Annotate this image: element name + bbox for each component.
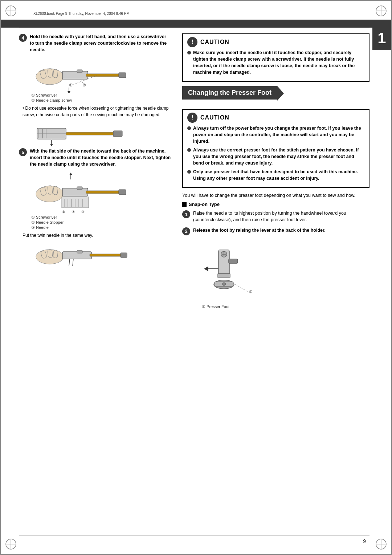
step4-caption-2: ② Needle clamp screw [31,98,72,103]
diagram-twin-needle [30,242,171,269]
caution-bullet-2-1 [187,126,191,130]
caution-text-1-1: Make sure you insert the needle until it… [193,49,364,76]
presser-foot-captions: ① Presser Foot [202,304,229,309]
svg-rect-58 [53,250,58,258]
svg-rect-60 [77,250,82,253]
caution-title-2: CAUTION [200,114,229,121]
caution-title-1: CAUTION [200,39,229,45]
step-r2: 2 Release the foot by raising the lever … [182,227,369,235]
svg-rect-42 [119,190,126,195]
reg-mark-tl [4,4,17,17]
caution-bullet-2-2 [187,148,191,152]
step-4-number: 4 [19,34,27,42]
svg-text:①: ① [249,289,253,294]
step4-caption-1: ① Screwdriver [31,93,72,98]
caution-box-2: ! CAUTION Always turn off the power befo… [182,109,369,188]
presser-foot-caption-1: ① Presser Foot [202,304,229,309]
section-heading: Changing the Presser Foot [182,86,277,100]
twin-needle-note: Put the twin needle in the same way. [23,232,171,239]
svg-text:①: ① [62,210,65,214]
step-5: 5 With the flat side of the needle towar… [19,148,171,167]
snap-on-text: Snap-on Type [189,202,220,207]
svg-rect-16 [62,71,88,79]
caution-box-1: ! CAUTION Make sure you insert the needl… [182,33,369,82]
page-number: 9 [363,538,366,544]
svg-rect-37 [48,185,53,194]
snap-on-square [182,202,187,207]
reg-mark-tr [375,4,388,17]
caution-item-1-1: Make sure you insert the needle until it… [187,49,364,76]
top-bar [1,20,391,28]
svg-line-64 [73,259,73,266]
svg-text:②: ② [82,83,86,87]
left-column: 4 Hold the needle with your left hand, a… [19,30,171,532]
svg-rect-17 [77,70,82,73]
caution-header-2: ! CAUTION [187,113,364,123]
svg-rect-71 [229,259,238,263]
step5-captions: ① Screwdriver ② Needle Stopper ③ Needle [31,215,64,230]
svg-rect-61 [90,254,124,256]
step-5-number: 5 [19,148,27,156]
caution-item-2-3: Only use presser feet that have been des… [187,169,364,182]
svg-rect-62 [121,253,127,258]
svg-rect-38 [53,186,58,195]
svg-marker-53 [69,173,72,175]
caution-header-1: ! CAUTION [187,37,364,47]
svg-rect-14 [48,69,53,78]
step-4: 4 Hold the needle with your left hand, a… [19,33,171,53]
svg-rect-39 [62,188,88,196]
right-column: ! CAUTION Make sure you insert the needl… [182,30,369,532]
svg-rect-19 [119,73,126,78]
svg-rect-15 [53,69,58,78]
svg-text:①: ① [69,83,73,87]
step-r2-text: Release the foot by raising the lever at… [193,227,326,234]
content-area: 4 Hold the needle with your left hand, a… [19,30,369,532]
svg-rect-57 [48,249,53,258]
page: XL2600.book Page 9 Thursday, November 4,… [0,0,392,555]
caution-icon-2: ! [187,113,197,123]
caution-icon-1: ! [187,37,197,47]
svg-marker-34 [50,144,53,146]
svg-line-76 [235,284,248,292]
diagram-screw-note [30,121,171,146]
body-text: You will have to change the presser foot… [182,192,369,199]
chapter-tab: 1 [372,28,391,50]
diagram-insert-needle: ① ② ③ ① Screwdriver ② Needle Stopper ③ N… [30,171,171,230]
svg-rect-40 [77,187,82,190]
step-r1-number: 1 [182,210,190,218]
section-heading-wrap: Changing the Presser Foot [182,86,369,104]
deco-line-bottom [19,535,369,536]
svg-text:③: ③ [81,210,85,214]
svg-marker-65 [204,266,208,271]
diagram-remove-needle-svg: ① ② [30,57,128,93]
diagram-insert-needle-svg: ① ② ③ [30,171,128,215]
caution-text-2-3: Only use presser feet that have been des… [193,169,364,182]
step-5-text: With the flat side of the needle toward … [30,148,171,167]
caution-bullet-1 [187,51,191,54]
diagram-presser-foot-svg: ① [200,239,287,304]
diagram-screw-note-svg [30,121,124,146]
svg-rect-32 [113,131,122,137]
caution-item-2-1: Always turn off the power before you cha… [187,125,364,145]
caution-bullet-2-3 [187,170,191,174]
step-r2-number: 2 [182,227,190,235]
step-4-text: Hold the needle with your left hand, and… [30,33,171,53]
caution-text-2-2: Always use the correct presser foot for … [193,147,364,166]
step5-caption-3: ③ Needle [31,225,64,230]
caution-item-2-2: Always use the correct presser foot for … [187,147,364,166]
step-r1-text: Raise the needle to its highest position… [193,210,369,223]
header-info: XL2600.book Page 9 Thursday, November 4,… [33,12,130,16]
svg-rect-31 [66,132,117,135]
svg-point-75 [222,283,226,285]
step-r1: 1 Raise the needle to its highest positi… [182,210,369,223]
svg-text:②: ② [72,210,75,214]
reg-mark-bl [4,538,17,551]
snap-on-label: Snap-on Type [182,202,369,207]
svg-rect-72 [218,274,230,278]
reg-mark-br [375,538,388,551]
svg-rect-18 [86,74,122,77]
step5-caption-2: ② Needle Stopper [31,220,64,225]
step4-note: • Do not use excessive force when loosen… [23,105,171,118]
deco-line-top [19,28,369,28]
step5-caption-1: ① Screwdriver [31,215,64,220]
